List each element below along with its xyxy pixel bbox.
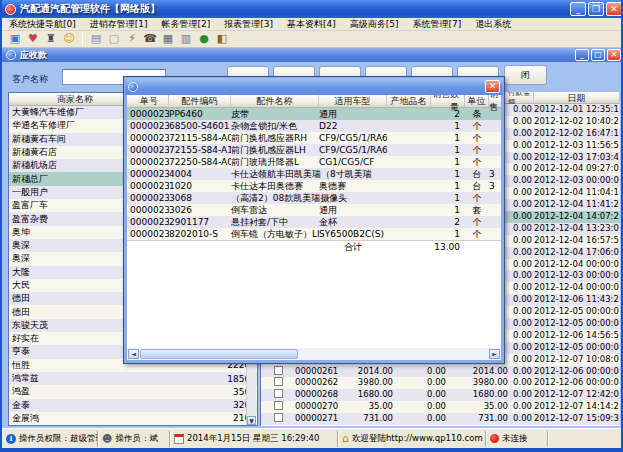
vendor-row[interactable]: 金泰320.	[9, 399, 257, 412]
menu-item-5[interactable]: 高级商务[5]	[343, 18, 406, 31]
dialog-col-header-0[interactable]: 单号	[127, 95, 169, 107]
part-car-model: SY6500B2C(S)	[319, 228, 387, 240]
payment-date: 2012-12-03 00:00:0	[534, 270, 619, 282]
dialog-col-header-1[interactable]: 配件编码	[169, 95, 231, 107]
payment-date: 2012-12-05 00:00:0	[534, 306, 619, 318]
connection-status-icon	[490, 434, 499, 443]
parts-detail-dialog: ✕ 单号配件编码配件名称适用车型产地品名销售数量单位销售 00000230PP6…	[123, 76, 505, 364]
part-origin	[387, 108, 431, 120]
part-code: 4004	[169, 168, 231, 180]
computer-icon[interactable]: ▣	[7, 32, 23, 46]
minimize-button[interactable]: _	[570, 2, 586, 16]
paid-partial: 0.00	[396, 366, 446, 378]
parts-row[interactable]: 0000023072250-S84-A02前门玻璃升降器LCG1/CG5/CF1…	[127, 156, 501, 168]
vendor-row[interactable]: 金展鸿210.	[9, 412, 257, 425]
vendor-amount: 350.	[139, 387, 257, 397]
payment-row[interactable]: 00000271731.000.00731.000.002012-12-07 1…	[261, 413, 620, 425]
dialog-col-header-6[interactable]: 单位	[465, 95, 489, 107]
vendor-name: 奥深	[9, 252, 139, 265]
restore-button[interactable]: ❐	[588, 2, 604, 16]
settle-checkbox[interactable]	[274, 389, 283, 398]
part-code: 8202010-S	[169, 228, 231, 240]
paid-amount: 0.00	[502, 389, 532, 401]
parts-icon[interactable]: ♥	[25, 32, 41, 46]
payment-row[interactable]: 000002623980.000.003980.000.002012-12-06…	[261, 377, 620, 389]
part-doc-no: 00000230	[127, 180, 169, 192]
sale-amount: 731.00	[333, 413, 393, 425]
menu-item-1[interactable]: 进销存管理[1]	[83, 18, 155, 31]
payment-row[interactable]: 0000027035.000.0035.000.002012-12-07 14:…	[261, 401, 620, 413]
dialog-close-button[interactable]: ✕	[485, 80, 500, 93]
settle-checkbox[interactable]	[274, 413, 283, 422]
part-doc-no: 00000230	[127, 228, 169, 240]
paid-amount: 0.00	[502, 413, 532, 425]
paid-amount: 0.00	[502, 306, 532, 318]
ledger-icon[interactable]: ▤	[88, 32, 104, 46]
paid-amount: 0.00	[502, 187, 532, 199]
vendor-name: 奥深	[9, 239, 139, 252]
report-icon[interactable]: ▢	[106, 32, 122, 46]
scroll-right-button[interactable]: ►	[489, 349, 500, 359]
menu-item-7[interactable]: 退出系统	[468, 18, 518, 31]
settle-checkbox[interactable]	[274, 401, 283, 410]
parts-row[interactable]: 00000230PP6460皮带通用2条	[127, 108, 501, 120]
dialog-col-header-2[interactable]: 配件名称	[231, 95, 319, 107]
flash-icon[interactable]: ⚡	[124, 32, 140, 46]
parts-row[interactable]: 0000023072155-S84-A11前门换机感应器LHCF9/CG5/1/…	[127, 144, 501, 156]
menu-item-2[interactable]: 帐务管理[2]	[155, 18, 218, 31]
part-name: 悬挂衬套/下中	[231, 216, 319, 228]
part-code: 2901177	[169, 216, 231, 228]
vendor-row[interactable]: 鸿常益1850.	[9, 372, 257, 385]
menu-item-4[interactable]: 基本资料[4]	[280, 18, 343, 31]
scroll-down-button[interactable]: ▼	[247, 416, 256, 425]
close-button[interactable]: ✕	[606, 2, 622, 16]
globe-icon[interactable]: ●	[196, 32, 212, 46]
phone-icon[interactable]: ☎	[142, 32, 158, 46]
child-maximize-button[interactable]: □	[591, 49, 605, 61]
doc-number: 00000270	[295, 401, 338, 413]
part-code: PP6460	[169, 108, 231, 120]
parts-row[interactable]: 000002303068（高清2）08款凯美瑞摄像头1个	[127, 192, 501, 204]
dialog-col-header-4[interactable]: 产地品名	[387, 95, 431, 107]
parts-row[interactable]: 000002301020卡仕达本田奥德赛奥德赛1台3	[127, 180, 501, 192]
paid-amount-header[interactable]: 付款金额	[508, 92, 534, 104]
parts-row[interactable]: 000002304004卡仕达领航丰田凯美瑞（8寸凯美瑞1台3	[127, 168, 501, 180]
settle-checkbox[interactable]	[274, 366, 283, 375]
date-header[interactable]: 日期	[534, 92, 620, 104]
part-car-model: 通用	[319, 108, 387, 120]
dialog-col-header-5[interactable]: 销售数量	[431, 95, 465, 107]
part-code: 68500-S4601	[169, 120, 231, 132]
part-qty: 1	[431, 168, 465, 180]
smiley-icon[interactable]: ☺	[61, 32, 77, 46]
dialog-col-header-3[interactable]: 适用车型	[319, 95, 387, 107]
close-panel-button[interactable]: 闭	[504, 65, 547, 85]
printer-icon[interactable]: ▦	[160, 32, 176, 46]
parts-row[interactable]: 000002303026倒车雷达通用1套	[127, 204, 501, 216]
dialog-col-header-7[interactable]: 销售	[489, 95, 501, 107]
child-minimize-button[interactable]: _	[575, 49, 589, 61]
scrollbar-thumb[interactable]	[140, 349, 298, 359]
part-qty: 2	[431, 108, 465, 120]
parts-row[interactable]: 0000023068500-S4601杂物盒锁扣/米色D221个	[127, 120, 501, 132]
dialog-horizontal-scrollbar[interactable]: ◄ ►	[127, 348, 501, 360]
parts-row[interactable]: 000002308202010-S倒车镜（方电敏子）LHSY6500B2C(S)…	[127, 228, 501, 240]
menu-item-3[interactable]: 报表管理[3]	[217, 18, 280, 31]
paid-amount: 0.00	[502, 401, 532, 413]
vendor-row[interactable]: 鸿盈350.	[9, 385, 257, 398]
payment-row[interactable]: 000002612014.000.002014.000.002012-12-06…	[261, 366, 620, 378]
exit-icon[interactable]: ◧	[214, 32, 230, 46]
settle-checkbox[interactable]	[274, 377, 283, 386]
bank-icon[interactable]: ♜	[43, 32, 59, 46]
scroll-left-button[interactable]: ◄	[128, 349, 139, 359]
cabinet-icon[interactable]: ▥	[178, 32, 194, 46]
menu-item-0[interactable]: 系统快捷导航[0]	[2, 18, 83, 31]
part-unit: 个	[465, 228, 489, 240]
parts-row[interactable]: 0000023072115-S84-A01前门换机感应器RHCF9/CG5/1/…	[127, 132, 501, 144]
parts-row[interactable]: 000002302901177悬挂衬套/下中金杯2个	[127, 216, 501, 228]
menu-item-6[interactable]: 系统管理[7]	[406, 18, 469, 31]
part-name: 前门换机感应器RH	[231, 132, 319, 144]
part-unit: 个	[465, 144, 489, 156]
payment-row[interactable]: 000002681680.000.001680.000.002012-12-07…	[261, 389, 620, 401]
total-qty: 13.00	[431, 241, 465, 252]
child-close-button[interactable]: ✕	[607, 49, 621, 61]
